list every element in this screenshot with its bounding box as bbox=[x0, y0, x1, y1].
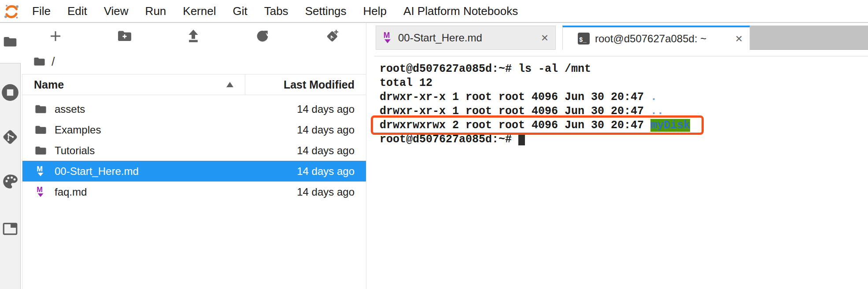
git-icon bbox=[1, 128, 19, 146]
column-header-name[interactable]: Name bbox=[22, 78, 64, 91]
row-icon bbox=[34, 125, 47, 135]
new-folder-button[interactable] bbox=[115, 26, 134, 46]
column-header-last-modified[interactable]: Last Modified bbox=[284, 78, 355, 91]
refresh-icon bbox=[256, 30, 269, 43]
folder-plus-icon bbox=[118, 30, 132, 42]
git-clone-icon bbox=[324, 29, 339, 44]
breadcrumb-path[interactable]: / bbox=[52, 55, 55, 69]
terminal-icon: $_ bbox=[578, 33, 590, 44]
terminal-segment: drwxr-xr-x 1 root root 4096 Jun 30 20:47 bbox=[380, 91, 650, 104]
sidebar-item-file-browser[interactable] bbox=[0, 33, 20, 51]
tab-terminal[interactable]: $_ root@d507627a085d: ~ × bbox=[562, 26, 750, 50]
main-dock-panel: M 00-Start_Here.md × $_ root@d507627a085… bbox=[374, 23, 868, 289]
sidebar-gray-panel bbox=[0, 63, 21, 289]
file-row-examples[interactable]: Examples14 days ago bbox=[22, 119, 366, 140]
file-name: faq.md bbox=[55, 186, 87, 198]
file-row-faq-md[interactable]: M faq.md14 days ago bbox=[22, 182, 366, 202]
tab-bar: M 00-Start_Here.md × $_ root@d507627a085… bbox=[374, 23, 868, 50]
file-row-tutorials[interactable]: Tutorials14 days ago bbox=[22, 140, 366, 161]
sidebar-item-git[interactable] bbox=[0, 128, 20, 146]
menu-bar: FileEditViewRunKernelGitTabsSettingsHelp… bbox=[0, 0, 868, 23]
terminal-segment: drwxr-xr-x 1 root root 4096 Jun 30 20:47 bbox=[380, 105, 650, 118]
file-name: Examples bbox=[55, 124, 101, 136]
row-icon bbox=[34, 104, 47, 114]
terminal-cursor bbox=[518, 133, 525, 145]
tab-label: 00-Start_Here.md bbox=[398, 32, 482, 44]
file-name: 00-Start_Here.md bbox=[55, 165, 139, 178]
sidebar-item-running-sessions[interactable] bbox=[0, 84, 20, 101]
file-name: Tutorials bbox=[55, 144, 95, 157]
terminal-line: root@d507627a085d:~# bbox=[380, 133, 866, 147]
new-launcher-button[interactable] bbox=[46, 26, 65, 46]
menu-item-ai-platform-notebooks[interactable]: AI Platform Notebooks bbox=[403, 4, 518, 18]
left-sidebar bbox=[0, 23, 21, 289]
row-icon: M bbox=[34, 186, 47, 198]
row-icon bbox=[34, 146, 47, 156]
terminal-segment: root@d507627a085d:~# ls -al /mnt bbox=[380, 63, 591, 75]
markdown-icon: M bbox=[36, 165, 45, 178]
menu-item-tabs[interactable]: Tabs bbox=[264, 4, 288, 18]
file-listing: Name Last Modified assets14 days ago Exa… bbox=[22, 74, 366, 289]
refresh-button[interactable] bbox=[253, 26, 272, 46]
menu-item-view[interactable]: View bbox=[104, 4, 129, 18]
terminal-line: drwxr-xr-x 1 root root 4096 Jun 30 20:47… bbox=[380, 90, 866, 104]
folder-icon bbox=[3, 36, 17, 48]
terminal-segment-directory: .. bbox=[650, 105, 664, 118]
terminal-line: drwxrwxrwx 2 root root 4096 Jun 30 20:47… bbox=[380, 119, 866, 133]
terminal-segment: root@d507627a085d:~# bbox=[380, 133, 518, 146]
terminal-segment: drwxrwxrwx 2 root root 4096 Jun 30 20:47 bbox=[380, 119, 650, 132]
last-modified-value: 14 days ago bbox=[297, 165, 366, 178]
last-modified-value: 14 days ago bbox=[297, 144, 366, 157]
tab-bar-filler bbox=[750, 26, 868, 50]
last-modified-value: 14 days ago bbox=[297, 124, 366, 136]
svg-text:M: M bbox=[37, 186, 43, 193]
file-row-00-start-here-md[interactable]: M 00-Start_Here.md14 days ago bbox=[22, 161, 366, 182]
tab-00-start-here[interactable]: M 00-Start_Here.md × bbox=[376, 26, 556, 50]
menu-item-edit[interactable]: Edit bbox=[67, 4, 87, 18]
menu-item-kernel[interactable]: Kernel bbox=[183, 4, 216, 18]
svg-text:M: M bbox=[384, 31, 390, 40]
folder-icon bbox=[35, 104, 47, 114]
terminal-segment: total 12 bbox=[380, 77, 432, 89]
terminal-output[interactable]: root@d507627a085d:~# ls -al /mnttotal 12… bbox=[380, 62, 866, 289]
menu-item-git[interactable]: Git bbox=[233, 4, 247, 18]
tab-label: root@d507627a085d: ~ bbox=[595, 33, 706, 45]
stop-circle-icon bbox=[1, 84, 19, 101]
file-name: assets bbox=[55, 103, 85, 115]
close-icon[interactable]: × bbox=[735, 33, 742, 45]
file-browser-panel: / Name Last Modified assets14 days ago E… bbox=[21, 23, 366, 289]
file-listing-header: Name Last Modified bbox=[22, 74, 366, 95]
file-browser-toolbar bbox=[21, 23, 366, 49]
terminal-segment-directory: . bbox=[650, 91, 657, 104]
tabs-icon bbox=[2, 220, 18, 237]
menu-items: FileEditViewRunKernelGitTabsSettingsHelp… bbox=[32, 4, 535, 18]
menu-item-file[interactable]: File bbox=[32, 4, 51, 18]
sidebar-item-open-tabs[interactable] bbox=[0, 220, 20, 237]
upload-icon bbox=[187, 30, 199, 43]
palette-icon bbox=[2, 173, 18, 190]
upload-button[interactable] bbox=[184, 26, 203, 46]
menu-item-settings[interactable]: Settings bbox=[305, 4, 347, 18]
panel-divider bbox=[374, 56, 868, 56]
last-modified-value: 14 days ago bbox=[297, 103, 366, 115]
markdown-icon: M bbox=[36, 186, 45, 198]
terminal-line: drwxr-xr-x 1 root root 4096 Jun 30 20:47… bbox=[380, 104, 866, 119]
menu-item-help[interactable]: Help bbox=[363, 4, 387, 18]
file-rows: assets14 days ago Examples14 days ago Tu… bbox=[22, 99, 366, 202]
terminal-segment-other-writable-dir: myDisk bbox=[650, 119, 690, 132]
terminal-line: root@d507627a085d:~# ls -al /mnt bbox=[380, 62, 866, 76]
last-modified-value: 14 days ago bbox=[297, 186, 366, 198]
plus-icon bbox=[49, 30, 62, 43]
menu-item-run[interactable]: Run bbox=[145, 4, 166, 18]
svg-text:M: M bbox=[37, 165, 43, 173]
jupyter-logo-icon bbox=[4, 4, 19, 19]
column-divider bbox=[245, 74, 245, 95]
file-row-assets[interactable]: assets14 days ago bbox=[22, 99, 366, 119]
sort-ascending-icon bbox=[226, 82, 233, 87]
root-folder-icon[interactable] bbox=[33, 57, 45, 67]
folder-icon bbox=[35, 146, 47, 156]
git-clone-button[interactable] bbox=[322, 26, 341, 46]
close-icon[interactable]: × bbox=[541, 32, 548, 44]
folder-icon bbox=[35, 125, 47, 135]
sidebar-item-command-palette[interactable] bbox=[0, 173, 20, 190]
